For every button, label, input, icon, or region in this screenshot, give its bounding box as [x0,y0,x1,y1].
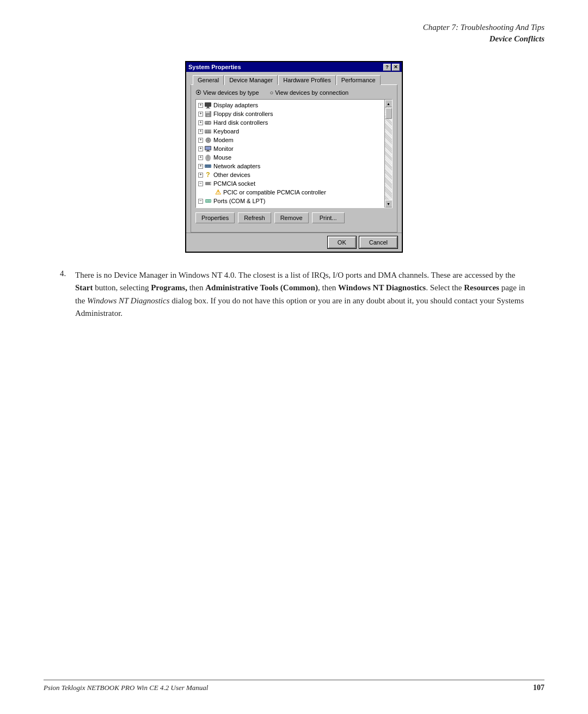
list-item[interactable]: + Display adapters [197,101,383,109]
tab-general[interactable]: General [193,75,224,85]
svg-rect-9 [205,122,208,123]
expand-icon[interactable]: + [198,138,203,143]
body-text: 4. There is no Device Manager in Windows… [60,269,534,320]
modem-icon [204,136,212,144]
list-item[interactable]: + Keyboard [197,127,383,136]
comm-port-icon [214,206,222,208]
svg-rect-1 [207,107,209,108]
svg-rect-6 [207,115,209,116]
device-label: Keyboard [213,128,239,135]
listbox-scrollbar[interactable]: ▲ ▼ [384,100,392,208]
radio-by-type[interactable]: ⦿ View devices by type [195,89,259,96]
list-item[interactable]: − Ports (COM & LPT) [197,197,383,205]
svg-rect-4 [206,111,210,113]
device-label: Monitor [213,145,234,152]
svg-point-8 [209,122,211,124]
section-title: Device Conflicts [44,33,544,45]
tab-panel: ⦿ View devices by type ○ View devices by… [191,84,397,233]
list-item[interactable]: − PCMCIA socket [197,179,383,188]
help-button[interactable]: ? [383,64,391,71]
list-item[interactable]: + Network adapters [197,162,383,170]
svg-rect-36 [207,200,208,202]
scroll-down-arrow[interactable]: ▼ [385,200,393,208]
device-label: Ports (COM & LPT) [213,198,265,204]
radio-by-connection[interactable]: ○ View devices by connection [270,89,349,96]
network-icon [204,162,212,170]
display-adapter-icon [204,101,212,109]
svg-point-31 [210,166,211,167]
device-label: Hard disk controllers [213,119,268,126]
footer-product-name: Psion Teklogix NETBOOK PRO Win CE 4.2 Us… [44,684,209,692]
scrollbar-thumb[interactable] [385,108,392,119]
hdd-icon [204,119,212,126]
list-item[interactable]: ⚠ PCIC or compatible PCMCIA controller [197,188,383,197]
page-footer: Psion Teklogix NETBOOK PRO Win CE 4.2 Us… [44,680,544,692]
svg-rect-25 [206,151,210,151]
svg-rect-15 [205,131,206,132]
refresh-button[interactable]: Refresh [238,212,271,223]
footer-page-number: 107 [533,684,544,692]
tab-hardware-profiles[interactable]: Hardware Profiles [278,75,335,85]
svg-point-21 [207,139,209,141]
expand-icon[interactable]: + [198,147,203,151]
item-content: There is no Device Manager in Windows NT… [75,269,534,320]
expand-icon[interactable]: + [198,129,203,134]
ok-button[interactable]: OK [328,236,356,248]
radio-group: ⦿ View devices by type ○ View devices by… [195,89,393,96]
cancel-button[interactable]: Cancel [359,236,397,248]
svg-rect-0 [205,102,211,107]
chapter-title: Chapter 7: Troubleshooting And Tips [44,22,544,33]
numbered-item-4: 4. There is no Device Manager in Windows… [60,269,534,320]
svg-rect-2 [206,108,210,108]
svg-rect-38 [210,200,211,202]
svg-rect-24 [207,150,209,151]
radio-label-type: View devices by type [203,89,259,96]
properties-button[interactable]: Properties [195,212,235,223]
expand-icon[interactable]: + [198,164,203,169]
svg-rect-37 [209,200,210,202]
list-item[interactable]: + Mouse [197,153,383,162]
device-listbox[interactable]: + Display adapters + [195,99,393,208]
tab-performance[interactable]: Performance [336,75,381,85]
expand-icon[interactable]: + [198,173,203,178]
pcic-warning-icon: ⚠ [214,188,222,196]
expand-icon[interactable]: + [198,120,203,125]
list-item[interactable]: + Monitor [197,144,383,153]
device-label: Network adapters [213,163,260,169]
titlebar-buttons: ? ✕ [383,64,400,71]
device-label: Communications Port (COM1) [223,206,303,208]
list-item[interactable]: Communications Port (COM1) [197,205,383,208]
tab-device-manager[interactable]: Device Manager [224,75,278,85]
mouse-icon [204,154,212,161]
expand-icon[interactable]: − [198,199,203,204]
svg-rect-13 [209,130,210,131]
device-label: Modem [213,137,234,143]
expand-icon[interactable]: − [198,181,203,186]
page-header: Chapter 7: Troubleshooting And Tips Devi… [44,22,544,45]
radio-dot-connection: ○ [270,89,274,96]
list-item[interactable]: + ? Other devices [197,170,383,179]
expand-icon[interactable]: + [198,155,203,160]
close-button[interactable]: ✕ [392,64,400,71]
print-button[interactable]: Print... [312,212,345,223]
device-label: PCIC or compatible PCMCIA controller [223,189,326,196]
list-item[interactable]: + Floppy disk controllers [197,109,383,118]
floppy-icon [204,110,212,118]
svg-rect-35 [206,200,207,202]
remove-button[interactable]: Remove [274,212,309,223]
scrollbar-track[interactable] [385,107,393,200]
svg-rect-33 [210,182,211,185]
device-label: Floppy disk controllers [213,111,273,117]
other-devices-icon: ? [204,171,212,179]
expand-icon[interactable]: + [198,103,203,108]
list-item[interactable]: + Modem [197,136,383,144]
dialog-titlebar: System Properties ? ✕ [186,62,402,72]
device-label: Mouse [213,154,231,161]
svg-rect-39 [216,208,220,209]
radio-dot-type: ⦿ [195,89,201,96]
list-item[interactable]: + Hard disk controllers [197,118,383,127]
svg-rect-18 [210,131,211,132]
device-label: Display adapters [213,102,258,108]
expand-icon[interactable]: + [198,112,203,117]
scroll-up-arrow[interactable]: ▲ [385,100,393,107]
